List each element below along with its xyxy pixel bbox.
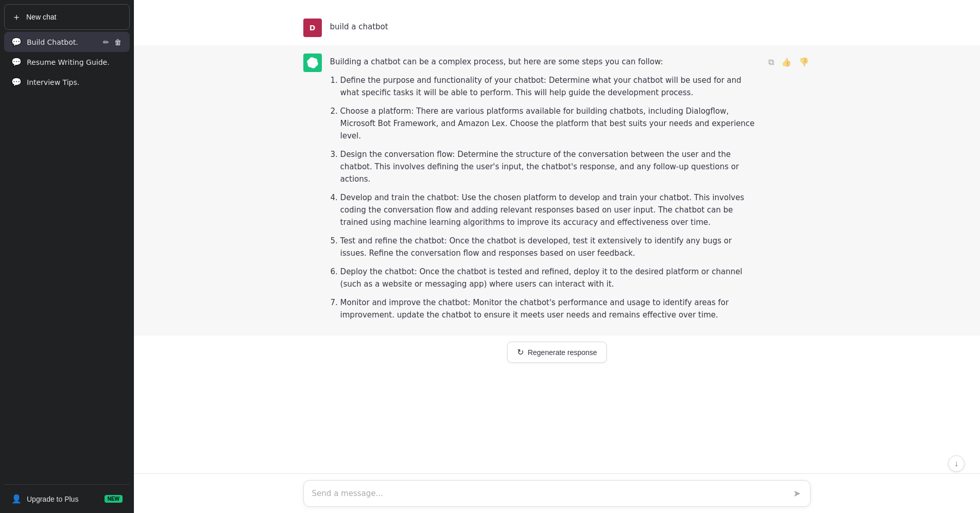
regenerate-label: Regenerate response <box>528 348 597 357</box>
input-wrapper: ➤ <box>303 480 811 507</box>
step-item: Design the conversation flow: Determine … <box>340 148 759 185</box>
sidebar-item-interview-tips[interactable]: 💬 Interview Tips. <box>4 72 130 92</box>
new-chat-button[interactable]: ＋ New chat <box>4 4 130 30</box>
input-area: ➤ ↓ <box>134 473 980 513</box>
chat-icon: 💬 <box>11 37 22 47</box>
chat-icon: 💬 <box>11 57 22 67</box>
message-input[interactable] <box>312 488 788 500</box>
thumbs-up-button[interactable]: 👍 <box>780 56 793 68</box>
step-item: Choose a platform: There are various pla… <box>340 105 759 142</box>
chat-label: Build Chatbot. <box>27 38 97 46</box>
step-item: Develop and train the chatbot: Use the c… <box>340 191 759 228</box>
user-avatar: D <box>303 19 322 37</box>
ai-message-row: Building a chatbot can be a complex proc… <box>134 45 980 335</box>
sidebar: ＋ New chat 💬 Build Chatbot. ✏ 🗑 💬 Resume… <box>0 0 134 513</box>
step-item: Monitor and improve the chatbot: Monitor… <box>340 296 759 321</box>
user-message-content: build a chatbot <box>330 19 811 33</box>
delete-chat-button[interactable]: 🗑 <box>113 38 123 47</box>
edit-chat-button[interactable]: ✏ <box>102 38 110 47</box>
upgrade-button[interactable]: 👤 Upgrade to Plus NEW <box>4 489 130 509</box>
sidebar-bottom: 👤 Upgrade to Plus NEW <box>4 484 130 509</box>
step-item: Deploy the chatbot: Once the chatbot is … <box>340 266 759 290</box>
sidebar-item-build-chatbot[interactable]: 💬 Build Chatbot. ✏ 🗑 <box>4 32 130 52</box>
new-badge: NEW <box>105 495 123 503</box>
ai-message-content: Building a chatbot can be a complex proc… <box>330 54 759 327</box>
regenerate-container: ↻ Regenerate response <box>134 335 980 369</box>
ai-avatar <box>303 54 322 72</box>
user-icon: 👤 <box>11 494 22 504</box>
sidebar-item-resume-writing[interactable]: 💬 Resume Writing Guide. <box>4 52 130 72</box>
send-button[interactable]: ➤ <box>792 487 802 500</box>
message-actions: ⧉ 👍 👎 <box>767 54 811 68</box>
chevron-down-icon: ↓ <box>954 459 958 468</box>
ai-intro: Building a chatbot can be a complex proc… <box>330 56 759 68</box>
copy-button[interactable]: ⧉ <box>767 56 776 68</box>
user-message-row: D build a chatbot <box>134 10 980 45</box>
regenerate-button[interactable]: ↻ Regenerate response <box>507 342 607 363</box>
new-chat-label: New chat <box>26 13 56 21</box>
thumbs-down-button[interactable]: 👎 <box>797 56 811 68</box>
upgrade-label: Upgrade to Plus <box>27 495 78 503</box>
chat-label: Interview Tips. <box>27 78 123 86</box>
chat-area: D build a chatbot Building a chatbot can… <box>134 0 980 473</box>
regenerate-icon: ↻ <box>517 347 524 357</box>
chat-label: Resume Writing Guide. <box>27 58 123 66</box>
step-item: Test and refine the chatbot: Once the ch… <box>340 235 759 259</box>
step-item: Define the purpose and functionality of … <box>340 74 759 99</box>
chat-actions: ✏ 🗑 <box>102 38 123 47</box>
plus-icon: ＋ <box>12 11 21 23</box>
chat-icon: 💬 <box>11 77 22 87</box>
send-icon: ➤ <box>793 488 801 499</box>
main-content: D build a chatbot Building a chatbot can… <box>134 0 980 513</box>
scroll-to-bottom-button[interactable]: ↓ <box>948 455 965 472</box>
steps-list: Define the purpose and functionality of … <box>330 74 759 321</box>
chat-list: 💬 Build Chatbot. ✏ 🗑 💬 Resume Writing Gu… <box>4 32 130 480</box>
